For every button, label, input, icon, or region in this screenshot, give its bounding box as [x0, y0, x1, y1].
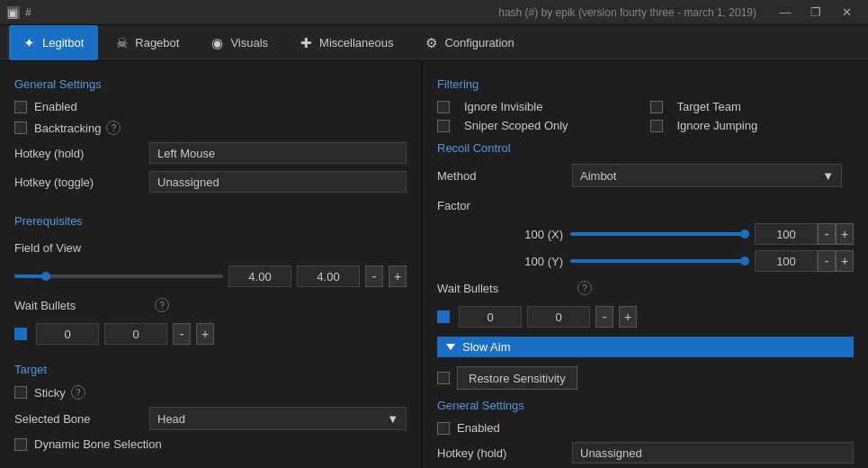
backtracking-row: Backtracking ?	[14, 121, 407, 135]
sticky-row: Sticky ?	[14, 385, 407, 400]
navbar: ✦ Legitbot ☠ Ragebot ◉ Visuals ✚ Miscell…	[0, 25, 868, 61]
recoil-y-minus-btn[interactable]: -	[818, 250, 836, 272]
nav-visuals-label: Visuals	[230, 36, 268, 50]
recoil-wait-bullets-row: 0 0 - +	[437, 306, 854, 328]
wait-bullets-label-row: Wait Bullets ?	[14, 294, 407, 316]
fov-value-left: 4.00	[228, 266, 291, 287]
recoil-wait-bullets-label-row: Wait Bullets ?	[437, 277, 854, 299]
recoil-y-row: 100 (Y) 100 - +	[509, 250, 854, 272]
fov-label-row: Field of View	[14, 237, 407, 258]
minimize-button[interactable]: —	[771, 3, 800, 22]
recoil-x-row: 100 (X) 100 - +	[509, 223, 854, 245]
right-panel: Filtering Ignore Invisible Target Team S…	[423, 61, 868, 468]
recoil-y-track[interactable]	[570, 259, 747, 263]
backtracking-label: Backtracking	[34, 122, 101, 135]
recoil-factor-label-row: Factor	[437, 194, 854, 216]
slow-aim-header[interactable]: Slow Aim	[437, 337, 854, 357]
gs2-enabled-checkbox[interactable]	[437, 422, 450, 435]
wait-bullets-minus-btn[interactable]: -	[173, 323, 191, 345]
sticky-help-icon[interactable]: ?	[71, 385, 85, 400]
recoil-wait-value2: 0	[527, 306, 590, 328]
selected-bone-chevron-icon: ▼	[387, 412, 398, 426]
selected-bone-dropdown[interactable]: Head ▼	[149, 407, 407, 430]
recoil-wait-value1: 0	[459, 306, 522, 328]
ignore-invisible-checkbox[interactable]	[437, 101, 450, 113]
titlebar-text: #	[25, 6, 493, 19]
window-controls: — ❐ ✕	[771, 3, 861, 22]
hotkey-hold-row: Hotkey (hold) Left Mouse	[14, 142, 407, 164]
recoil-wait-plus-btn[interactable]: +	[619, 306, 637, 328]
recoil-x-plus-btn[interactable]: +	[836, 223, 854, 245]
recoil-method-label: Method	[437, 169, 572, 183]
nav-ragebot-label: Ragebot	[135, 36, 179, 50]
fov-slider-thumb[interactable]	[41, 272, 50, 281]
dynamic-bone-label: Dynamic Bone Selection	[34, 437, 162, 451]
recoil-wait-bullets-controls: 0 0 - +	[437, 306, 854, 328]
filtering-title: Filtering	[437, 77, 854, 91]
ignore-jumping-checkbox[interactable]	[650, 120, 663, 132]
dynamic-bone-checkbox[interactable]	[14, 438, 27, 451]
hotkey-toggle-label: Hotkey (toggle)	[14, 176, 149, 189]
nav-miscellaneous[interactable]: ✚ Miscellaneous	[286, 25, 407, 60]
recoil-y-fill	[570, 259, 747, 263]
wait-bullets-help-icon[interactable]: ?	[155, 298, 169, 312]
ignore-jumping-item: Ignore Jumping	[650, 119, 855, 132]
hotkey-hold-label: Hotkey (hold)	[14, 147, 149, 160]
restore-sensitivity-checkbox[interactable]	[437, 372, 450, 384]
recoil-x-fill	[570, 232, 747, 236]
enabled-checkbox[interactable]	[14, 101, 27, 113]
fov-plus-btn[interactable]: +	[389, 266, 407, 287]
legitbot-icon: ✦	[23, 35, 35, 51]
recoil-factor-label: Factor	[437, 199, 572, 212]
wait-bullets-slider-row: 0 0 - +	[14, 323, 407, 345]
recoil-y-plus-btn[interactable]: +	[836, 250, 854, 272]
recoil-wait-bullets-help-icon[interactable]: ?	[577, 281, 592, 295]
wait-bullets-bar	[14, 328, 27, 340]
nav-visuals[interactable]: ◉ Visuals	[197, 25, 282, 60]
recoil-wait-bar	[437, 310, 450, 323]
wait-bullets-plus-btn[interactable]: +	[196, 323, 214, 345]
nav-legitbot[interactable]: ✦ Legitbot	[9, 25, 98, 60]
app-icon: ▣	[7, 6, 20, 19]
wait-bullets-value2: 0	[104, 323, 167, 345]
target-team-item: Target Team	[650, 100, 855, 113]
gs2-enabled-label: Enabled	[457, 421, 500, 435]
selected-bone-label: Selected Bone	[14, 412, 149, 426]
fov-slider-track[interactable]	[14, 274, 223, 278]
dynamic-bone-row: Dynamic Bone Selection	[14, 437, 407, 451]
hotkey-toggle-field[interactable]: Unassigned	[149, 171, 407, 193]
maximize-button[interactable]: ❐	[801, 3, 830, 22]
titlebar: ▣ # hash (#) by epik (version fourty thr…	[0, 0, 868, 25]
recoil-y-label: 100 (Y)	[509, 255, 563, 268]
hotkey-toggle-row: Hotkey (toggle) Unassigned	[14, 171, 407, 193]
selected-bone-row: Selected Bone Head ▼	[14, 407, 407, 430]
target-team-checkbox[interactable]	[650, 101, 663, 113]
gs2-hotkey-hold-label: Hotkey (hold)	[437, 446, 572, 460]
backtracking-help-icon[interactable]: ?	[106, 121, 121, 135]
sticky-checkbox[interactable]	[14, 386, 27, 399]
recoil-y-thumb[interactable]	[740, 256, 749, 266]
recoil-method-dropdown[interactable]: Aimbot ▼	[572, 164, 842, 187]
wait-bullets-controls: 0 0 - +	[14, 323, 407, 345]
hotkey-hold-field[interactable]: Left Mouse	[149, 142, 407, 164]
close-button[interactable]: ✕	[832, 3, 861, 22]
prerequisites-title: Prerequisites	[14, 214, 407, 228]
gs2-hotkey-hold-field[interactable]: Unassigned	[572, 442, 854, 464]
recoil-x-track[interactable]	[570, 232, 747, 236]
sniper-scoped-checkbox[interactable]	[437, 120, 450, 132]
ignore-invisible-label: Ignore Invisible	[464, 100, 542, 113]
backtracking-checkbox[interactable]	[14, 122, 27, 134]
nav-ragebot[interactable]: ☠ Ragebot	[102, 25, 193, 60]
fov-minus-btn[interactable]: -	[365, 266, 383, 287]
recoil-wait-minus-btn[interactable]: -	[595, 306, 613, 328]
nav-configuration[interactable]: ⚙ Configuration	[411, 25, 528, 60]
fov-slider-container: 4.00 4.00 - +	[14, 266, 407, 287]
recoil-x-thumb[interactable]	[740, 230, 749, 238]
slow-aim-arrow-icon	[446, 344, 455, 350]
recoil-x-minus-btn[interactable]: -	[818, 223, 836, 245]
ignore-invisible-item: Ignore Invisible	[437, 100, 641, 113]
general-settings-title: General Settings	[14, 77, 407, 91]
nav-config-label: Configuration	[444, 36, 514, 50]
restore-sensitivity-btn[interactable]: Restore Sensitivity	[457, 366, 577, 390]
visuals-icon: ◉	[211, 35, 223, 51]
